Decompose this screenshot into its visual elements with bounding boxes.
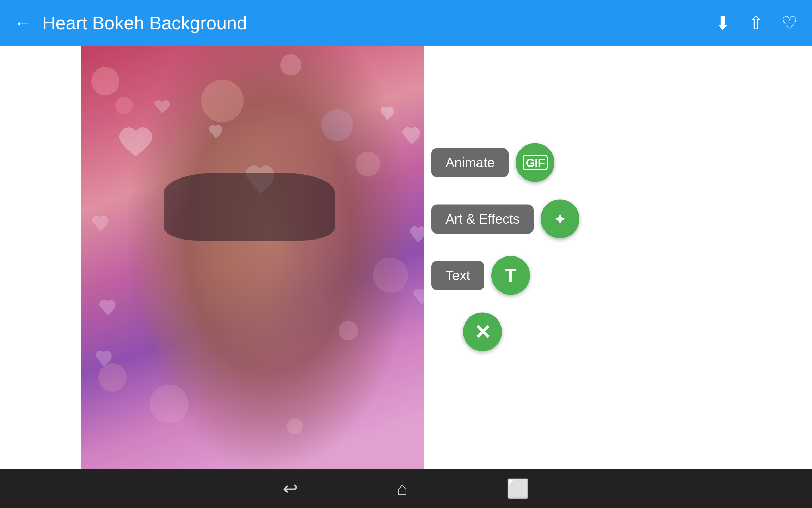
bottom-nav-bar: ↩ ⌂ ⬜ <box>0 469 812 508</box>
animate-row: Animate GIF <box>431 143 554 182</box>
top-bar: ← Heart Bokeh Background ⬇ ⇧ ♡ <box>0 0 812 46</box>
close-button[interactable]: ✕ <box>463 313 502 351</box>
photo-background <box>81 46 424 469</box>
art-effects-row: Art & Effects ✦ <box>431 200 579 238</box>
back-button[interactable]: ← <box>14 13 32 33</box>
favorite-icon[interactable]: ♡ <box>781 12 798 34</box>
close-icon: ✕ <box>474 320 491 343</box>
close-row: ✕ <box>463 313 502 351</box>
gif-icon: GIF <box>523 155 548 170</box>
text-row: Text T <box>431 256 530 295</box>
text-icon: T <box>505 265 516 286</box>
text-button[interactable]: T <box>491 256 530 295</box>
nav-home-icon[interactable]: ⌂ <box>397 478 408 499</box>
animate-button[interactable]: GIF <box>516 143 554 182</box>
text-label[interactable]: Text <box>431 261 484 290</box>
share-icon[interactable]: ⇧ <box>748 12 764 34</box>
image-area <box>81 46 424 469</box>
nav-recent-icon[interactable]: ⬜ <box>506 478 529 500</box>
left-space <box>0 46 81 469</box>
page-title: Heart Bokeh Background <box>42 12 247 34</box>
wand-icon: ✦ <box>553 209 567 229</box>
right-space: Animate GIF Art & Effects ✦ Text T <box>424 46 812 469</box>
animate-label[interactable]: Animate <box>431 148 509 177</box>
art-effects-label[interactable]: Art & Effects <box>431 204 534 234</box>
art-effects-button[interactable]: ✦ <box>541 200 579 238</box>
download-icon[interactable]: ⬇ <box>715 12 731 34</box>
fab-menu: Animate GIF Art & Effects ✦ Text T <box>424 143 579 351</box>
nav-back-icon[interactable]: ↩ <box>283 478 298 499</box>
main-content: Animate GIF Art & Effects ✦ Text T <box>0 46 812 469</box>
